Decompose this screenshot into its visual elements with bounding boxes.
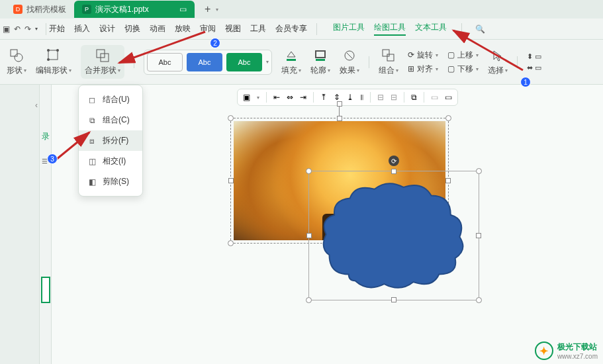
union-icon: ◻ [87, 95, 97, 105]
svg-line-14 [453, 30, 523, 70]
fb-align-bottom-icon[interactable]: ⤓ [347, 93, 353, 102]
resize-handle[interactable] [445, 115, 451, 121]
chevron-down-icon: ▾ [69, 68, 71, 73]
qat-redo-icon[interactable]: ↷ [24, 24, 31, 34]
fb-distribute-h-icon[interactable]: ⫴ [360, 93, 363, 102]
svg-point-3 [47, 49, 50, 52]
new-tab-button[interactable]: + [200, 3, 216, 15]
resize-handle[interactable] [306, 168, 312, 174]
tab-winmode-icon[interactable]: ▭ [179, 5, 187, 14]
svg-point-5 [47, 58, 50, 61]
menu-tools[interactable]: 工具 [250, 23, 266, 34]
collapse-handle-icon[interactable]: ‹ [35, 101, 38, 110]
chevron-down-icon: ▾ [357, 68, 359, 73]
chevron-down-icon: ▾ [328, 68, 330, 73]
resize-handle[interactable] [391, 297, 396, 302]
menu-insert[interactable]: 插入 [74, 23, 90, 34]
group-icon [381, 48, 396, 64]
menu-picture-tools[interactable]: 图片工具 [333, 22, 365, 36]
separator [46, 23, 46, 35]
svg-line-16 [53, 132, 89, 162]
tab-presentation[interactable]: P 演示文稿1.pptx ▭ [74, 1, 195, 18]
ribbon-fill-button[interactable]: 填充▾ [281, 48, 301, 76]
separator [369, 56, 369, 68]
menu-drawing-tools[interactable]: 绘图工具 [374, 22, 406, 36]
svg-rect-2 [48, 50, 58, 60]
fb-align-top-icon[interactable]: ⤒ [320, 93, 327, 102]
merge-shape-icon [95, 48, 111, 64]
tab-label: 演示文稿1.pptx [95, 4, 149, 15]
qat-save-icon[interactable]: ▣ [3, 24, 10, 34]
resize-handle[interactable] [476, 168, 482, 174]
fb-match2-icon[interactable]: ▭ [445, 93, 452, 102]
annotation-arrow-1 [417, 25, 549, 71]
svg-rect-10 [316, 59, 325, 61]
resize-handle[interactable] [337, 116, 342, 121]
ribbon-outline-button[interactable]: 轮廓▾ [310, 48, 330, 76]
resize-handle[interactable] [306, 233, 312, 238]
svg-rect-9 [316, 51, 325, 58]
annotation-arrow-3 [50, 129, 99, 169]
docer-icon: D [13, 5, 23, 14]
slide-thumbnail[interactable] [41, 277, 50, 303]
outline-icon [312, 48, 328, 64]
tab-templates[interactable]: D 找稻壳模板 [5, 1, 74, 18]
annotation-badge-3: 3 [47, 154, 58, 164]
fb-align-right-icon[interactable]: ⇥ [300, 93, 306, 102]
fb-align-vcenter-icon[interactable]: ⇕ [334, 93, 340, 102]
watermark-brand: 极光下载站 [557, 341, 598, 353]
watermark-url: www.xz7.com [557, 353, 598, 360]
svg-rect-13 [387, 54, 394, 61]
cloud-shape[interactable] [316, 176, 471, 295]
style-preset-3[interactable]: Abc [226, 53, 262, 71]
resize-handle[interactable] [228, 115, 234, 121]
menu-view[interactable]: 视图 [225, 23, 241, 34]
fb-align-hcenter-icon[interactable]: ⇔ [287, 93, 293, 102]
chevron-down-icon: ▾ [396, 68, 398, 73]
watermark-logo-icon: ✦ [535, 341, 553, 360]
svg-rect-12 [383, 50, 389, 56]
ppt-icon: P [82, 5, 91, 14]
resize-handle[interactable] [476, 233, 481, 238]
ribbon-editshape-button[interactable]: 编辑形状▾ [36, 48, 71, 76]
resize-handle[interactable] [228, 178, 234, 183]
newtab-dropdown-icon[interactable]: ▾ [216, 7, 218, 13]
fb-crop-icon[interactable]: ▣ [243, 93, 250, 102]
edit-shape-icon [46, 48, 62, 64]
ribbon-shape-button[interactable]: 形状▾ [7, 48, 26, 76]
fb-align-left-icon[interactable]: ⇤ [273, 93, 280, 102]
annotation-badge-1: 1 [520, 77, 531, 87]
svg-point-1 [15, 54, 23, 62]
shapes-icon [9, 48, 24, 64]
resize-handle[interactable] [306, 297, 312, 303]
svg-line-15 [119, 32, 205, 63]
qat-undo-icon[interactable]: ↶ [14, 24, 21, 34]
watermark: ✦ 极光下载站 www.xz7.com [535, 341, 598, 360]
menu-start[interactable]: 开始 [49, 23, 65, 34]
resize-handle[interactable] [476, 297, 482, 303]
effect-icon [342, 48, 357, 64]
menu-member[interactable]: 会员专享 [275, 23, 307, 34]
fb-match1-icon[interactable]: ▭ [431, 93, 438, 102]
rotate-handle[interactable]: ⟳ [389, 156, 399, 166]
quick-access-toolbar: ▣ ↶ ↷ ▾ [3, 24, 43, 34]
ribbon-group-button[interactable]: 组合▾ [379, 48, 398, 76]
outline-label: 录 [42, 131, 50, 142]
fb-dist1-icon[interactable]: ⊟ [377, 93, 384, 102]
fb-group-icon[interactable]: ⧉ [411, 93, 417, 102]
resize-handle[interactable] [228, 240, 234, 246]
combine-icon: ⧉ [87, 115, 97, 126]
rotate-handle[interactable] [337, 101, 342, 107]
annotation-arrow-2 [113, 26, 218, 66]
qat-more-icon[interactable]: ▾ [35, 26, 38, 32]
rotate-icon: ⟳ [408, 50, 414, 60]
merge-subtract[interactable]: ◧剪除(S) [79, 171, 142, 192]
chevron-down-icon[interactable]: ▾ [257, 95, 259, 101]
align-icon: ⊞ [408, 64, 414, 73]
fb-dist2-icon[interactable]: ⊟ [391, 93, 397, 102]
resize-handle[interactable] [391, 169, 396, 174]
merge-combine[interactable]: ⧉组合(C) [79, 110, 142, 130]
ribbon-effect-button[interactable]: 效果▾ [340, 48, 359, 76]
gallery-more-icon[interactable]: ▾ [266, 59, 269, 65]
merge-union[interactable]: ◻结合(U) [79, 89, 142, 110]
